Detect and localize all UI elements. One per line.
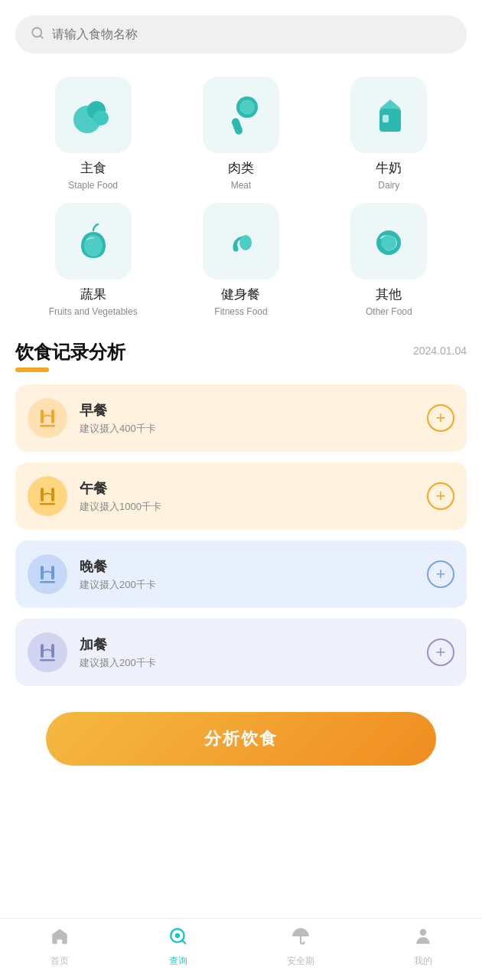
nav-label-query: 查询 xyxy=(169,955,187,968)
category-item-staple[interactable]: 主食 Staple Food xyxy=(23,77,163,191)
meat-en: Meat xyxy=(231,180,252,191)
other-icon xyxy=(366,218,412,264)
orange-bar xyxy=(15,368,49,372)
svg-line-28 xyxy=(182,940,186,944)
svg-rect-10 xyxy=(383,115,389,122)
query-icon xyxy=(168,926,188,952)
person-icon xyxy=(413,926,433,952)
breakfast-name: 早餐 xyxy=(80,401,415,420)
svg-rect-21 xyxy=(41,566,44,580)
dinner-icon-wrap xyxy=(28,554,67,594)
lunch-name: 午餐 xyxy=(80,479,415,498)
analyze-btn-wrap: 分析饮食 xyxy=(0,697,482,789)
meal-card-dinner: 晚餐 建议摄入200千卡 + xyxy=(15,541,467,608)
search-input[interactable] xyxy=(52,28,451,41)
svg-rect-26 xyxy=(40,659,55,662)
svg-point-29 xyxy=(174,933,180,939)
svg-marker-9 xyxy=(379,100,401,109)
fruits-en: Fruits and Vegetables xyxy=(49,306,138,317)
dairy-en: Dairy xyxy=(378,180,399,191)
dinner-info: 晚餐 建议摄入200千卡 xyxy=(80,557,415,592)
svg-rect-25 xyxy=(51,644,54,658)
svg-rect-16 xyxy=(51,410,54,423)
meal-card-lunch: 午餐 建议摄入1000千卡 + xyxy=(15,462,467,530)
nav-label-mine: 我的 xyxy=(414,955,432,968)
dairy-zh: 牛奶 xyxy=(376,159,402,177)
dinner-name: 晚餐 xyxy=(80,557,415,576)
svg-rect-20 xyxy=(40,503,55,505)
lunch-desc: 建议摄入1000千卡 xyxy=(80,500,415,514)
lunch-add-button[interactable]: + xyxy=(427,482,454,510)
fruits-icon-wrap xyxy=(55,203,132,279)
other-en: Other Food xyxy=(366,306,412,317)
nav-item-safe[interactable]: 安全期 xyxy=(287,926,314,968)
breakfast-add-button[interactable]: + xyxy=(427,404,454,432)
staple-icon-wrap xyxy=(55,77,132,153)
svg-point-12 xyxy=(239,235,252,250)
fruits-zh: 蔬果 xyxy=(80,286,106,303)
meat-icon xyxy=(218,92,264,138)
lunch-icon xyxy=(36,485,59,508)
record-date: 2024.01.04 xyxy=(413,345,467,357)
category-item-dairy[interactable]: 牛奶 Dairy xyxy=(319,77,459,191)
category-grid: 主食 Staple Food 肉类 Meat xyxy=(0,69,482,332)
nav-item-home[interactable]: 首页 xyxy=(50,926,70,968)
lunch-icon-wrap xyxy=(28,476,67,516)
breakfast-icon-wrap xyxy=(28,398,67,438)
svg-line-1 xyxy=(40,35,42,38)
snack-name: 加餐 xyxy=(80,635,415,654)
svg-rect-24 xyxy=(41,644,44,658)
svg-rect-23 xyxy=(40,581,55,583)
nav-label-home: 首页 xyxy=(50,955,69,968)
nav-label-safe: 安全期 xyxy=(287,955,314,968)
record-section: 饮食记录分析 2024.01.04 早餐 建议摄入400千卡 + xyxy=(0,332,482,686)
category-item-other[interactable]: 其他 Other Food xyxy=(319,203,459,317)
snack-icon-wrap xyxy=(28,632,67,672)
breakfast-icon xyxy=(36,407,59,430)
svg-rect-22 xyxy=(51,566,54,580)
meal-card-breakfast: 早餐 建议摄入400千卡 + xyxy=(15,384,467,452)
breakfast-desc: 建议摄入400千卡 xyxy=(80,422,415,436)
meat-zh: 肉类 xyxy=(228,159,254,177)
dairy-icon xyxy=(366,92,412,138)
category-item-meat[interactable]: 肉类 Meat xyxy=(171,77,311,191)
search-icon xyxy=(31,26,44,43)
breakfast-info: 早餐 建议摄入400千卡 xyxy=(80,401,415,436)
staple-icon xyxy=(70,92,116,138)
staple-zh: 主食 xyxy=(80,159,106,177)
nav-item-mine[interactable]: 我的 xyxy=(413,926,433,968)
dinner-icon xyxy=(36,563,59,586)
fitness-icon-wrap xyxy=(203,203,279,279)
home-icon xyxy=(50,926,70,952)
search-bar[interactable] xyxy=(15,15,467,54)
meal-card-snack: 加餐 建议摄入200千卡 + xyxy=(15,619,467,686)
svg-rect-17 xyxy=(40,425,55,427)
dinner-desc: 建议摄入200千卡 xyxy=(80,578,415,592)
record-header: 饮食记录分析 2024.01.04 xyxy=(15,340,467,364)
svg-point-7 xyxy=(239,100,255,115)
svg-point-4 xyxy=(93,110,109,126)
snack-icon xyxy=(36,641,59,664)
category-item-fitness[interactable]: 健身餐 Fitness Food xyxy=(171,203,311,317)
meat-icon-wrap xyxy=(203,77,279,153)
svg-rect-18 xyxy=(41,488,44,501)
staple-en: Staple Food xyxy=(68,180,118,191)
lunch-info: 午餐 建议摄入1000千卡 xyxy=(80,479,415,514)
other-icon-wrap xyxy=(350,203,427,279)
snack-add-button[interactable]: + xyxy=(427,639,454,666)
snack-info: 加餐 建议摄入200千卡 xyxy=(80,635,415,670)
fitness-en: Fitness Food xyxy=(214,306,267,317)
svg-rect-6 xyxy=(231,117,244,136)
fruits-icon xyxy=(70,218,116,264)
category-item-fruits[interactable]: 蔬果 Fruits and Vegetables xyxy=(23,203,163,317)
umbrella-icon xyxy=(291,926,311,952)
dinner-add-button[interactable]: + xyxy=(427,560,454,588)
analyze-button[interactable]: 分析饮食 xyxy=(46,712,436,766)
svg-point-30 xyxy=(419,929,426,936)
dairy-icon-wrap xyxy=(350,77,427,153)
nav-item-query[interactable]: 查询 xyxy=(168,926,188,968)
fitness-zh: 健身餐 xyxy=(221,286,260,303)
record-title: 饮食记录分析 xyxy=(15,340,125,364)
snack-desc: 建议摄入200千卡 xyxy=(80,656,415,670)
fitness-icon xyxy=(218,218,264,264)
